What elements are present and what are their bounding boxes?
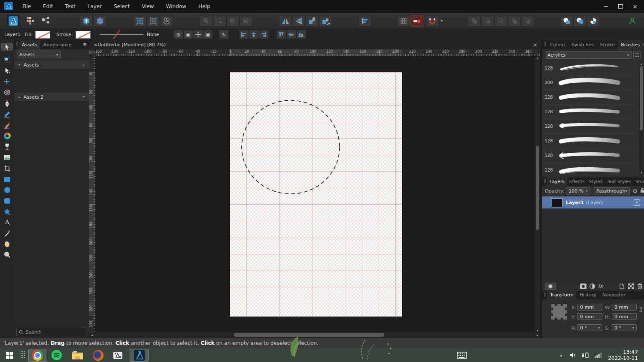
menu-text[interactable]: Text: [59, 0, 81, 13]
layer-thumbnail[interactable]: [552, 198, 562, 207]
stroke-width-value[interactable]: None: [147, 32, 168, 37]
show-handles-icon[interactable]: ▣: [203, 30, 213, 39]
restore-button[interactable]: [615, 3, 626, 10]
menu-window[interactable]: Window: [160, 0, 192, 13]
tab-history[interactable]: History: [577, 291, 599, 299]
fx-icon[interactable]: fx: [598, 283, 603, 289]
align-left-icon[interactable]: [239, 30, 249, 39]
tab-colour[interactable]: Colour: [547, 40, 568, 49]
snapping-toggle-button[interactable]: [410, 15, 423, 27]
chrome-taskbar-icon[interactable]: [28, 349, 46, 362]
align-top-icon[interactable]: [276, 30, 286, 39]
tab-navigator[interactable]: Navigator: [599, 291, 629, 299]
scroll-down-icon[interactable]: ▾: [535, 328, 540, 332]
snapping-magnet-button[interactable]: [426, 15, 439, 27]
view-tool[interactable]: [1, 239, 13, 249]
star-tool[interactable]: [1, 206, 13, 217]
section-collapsed-icon[interactable]: ▸: [14, 95, 24, 99]
pixel-persona-icon[interactable]: [24, 15, 37, 27]
s-dropdown[interactable]: 0 °▾: [612, 324, 637, 331]
align-center-icon[interactable]: [249, 30, 259, 39]
brush-item[interactable]: 128: [542, 163, 638, 178]
spotify-taskbar-icon[interactable]: [46, 349, 67, 362]
alignment-button[interactable]: [358, 15, 371, 27]
contour-tool[interactable]: [1, 87, 13, 97]
link-dimensions-icon[interactable]: [639, 306, 642, 314]
tab-stock[interactable]: Stock: [633, 177, 644, 186]
artboard-tool[interactable]: [1, 54, 13, 65]
layer-row[interactable]: Layer1 (Layer) ✓: [542, 196, 644, 208]
lock-icon[interactable]: [640, 188, 644, 194]
colour-picker-tool[interactable]: [1, 228, 13, 238]
panel-grip-icon[interactable]: ∥: [542, 291, 547, 299]
snapping-dropdown-arrow[interactable]: ▾: [439, 15, 445, 27]
transform-origin-icon[interactable]: ◉: [183, 30, 193, 39]
layer-visibility-checkbox[interactable]: ✓: [634, 199, 640, 206]
zoom-tool[interactable]: [1, 250, 13, 260]
node-tool[interactable]: [1, 65, 13, 75]
asset-collection-dropdown[interactable]: Assets▾: [17, 51, 61, 58]
layer-name[interactable]: Layer1: [566, 200, 584, 205]
hide-selection-icon[interactable]: [193, 30, 203, 39]
r-dropdown[interactable]: 0 °▾: [577, 324, 602, 331]
brush-list-view-button[interactable]: [633, 51, 641, 59]
canvas-viewport[interactable]: [95, 56, 535, 332]
assets-section-header[interactable]: ▾ Assets ≡: [14, 60, 89, 69]
touch-keyboard-icon[interactable]: [453, 349, 471, 362]
delete-layer-icon[interactable]: [638, 283, 642, 290]
section-menu-icon[interactable]: ≡: [82, 94, 89, 100]
usb-power-icon[interactable]: [579, 349, 592, 362]
stroke-swatch[interactable]: [76, 31, 91, 39]
move-to-front-button[interactable]: [80, 15, 93, 27]
brush-scrollbar[interactable]: ▴ ▾: [639, 61, 644, 175]
brush-scrollbar-thumb[interactable]: [640, 66, 643, 130]
cycle-selection-box-icon[interactable]: ⊕: [173, 30, 183, 39]
rectangle-tool[interactable]: [1, 174, 13, 184]
document-tab-title[interactable]: <Untitled> [Modified] (80.7%): [89, 42, 166, 48]
panel-grip-icon[interactable]: ∥: [542, 177, 547, 186]
point-transform-tool[interactable]: [1, 76, 13, 87]
tray-expand-icon[interactable]: ▴: [555, 349, 568, 362]
scroll-right-icon[interactable]: ▸: [535, 333, 540, 337]
menu-help[interactable]: Help: [192, 0, 216, 13]
tab-brushes[interactable]: Brushes: [618, 40, 643, 49]
tab-appearance[interactable]: Appearance: [40, 40, 75, 49]
panel-grip-icon[interactable]: ∥: [542, 40, 547, 49]
selection-ellipse[interactable]: [230, 72, 402, 317]
horizontal-scrollbar-thumb[interactable]: [234, 333, 384, 337]
menu-select[interactable]: Select: [108, 0, 136, 13]
show-grid-button[interactable]: [134, 15, 146, 27]
remove-fx-button[interactable]: [94, 15, 106, 27]
pattern-layer-icon[interactable]: [628, 284, 634, 290]
insert-inside-button[interactable]: [587, 15, 600, 27]
flip-horizontal-button[interactable]: [279, 15, 292, 27]
layers-empty-area[interactable]: [542, 208, 644, 282]
opacity-dropdown[interactable]: 100 %▾: [566, 187, 590, 195]
tab-assets[interactable]: Assets: [19, 40, 40, 49]
scroll-up-icon[interactable]: ▴: [535, 56, 540, 60]
stroke-width-preview[interactable]: [96, 30, 147, 39]
network-signal-icon[interactable]: [592, 349, 605, 362]
minimize-button[interactable]: [600, 3, 611, 10]
designer-persona-button[interactable]: [7, 15, 20, 27]
start-button[interactable]: [0, 349, 19, 362]
brush-item[interactable]: 128: [542, 104, 638, 119]
asset-search-input[interactable]: Search: [16, 328, 86, 336]
x-field[interactable]: 0 mm: [577, 304, 602, 311]
panel-menu-icon[interactable]: ≡: [83, 40, 89, 49]
menu-layer[interactable]: Layer: [82, 0, 108, 13]
align-right-icon[interactable]: [259, 30, 269, 39]
section-menu-icon[interactable]: ≡: [82, 62, 89, 68]
rotate-ccw-button[interactable]: [306, 15, 319, 27]
h-field[interactable]: 0 mm: [612, 313, 637, 320]
firefox-taskbar-icon[interactable]: [88, 349, 108, 362]
align-middle-icon[interactable]: [286, 30, 296, 39]
pencil-tool[interactable]: [1, 109, 13, 120]
blend-mode-dropdown[interactable]: Passthrough▾: [594, 187, 630, 195]
tab-layers[interactable]: Layers: [547, 177, 567, 186]
app-3d-taskbar-icon[interactable]: [108, 349, 127, 362]
ellipse-tool[interactable]: [1, 185, 13, 195]
menu-view[interactable]: View: [136, 0, 160, 13]
place-image-tool[interactable]: [1, 152, 13, 163]
insert-behind-button[interactable]: [560, 15, 573, 27]
